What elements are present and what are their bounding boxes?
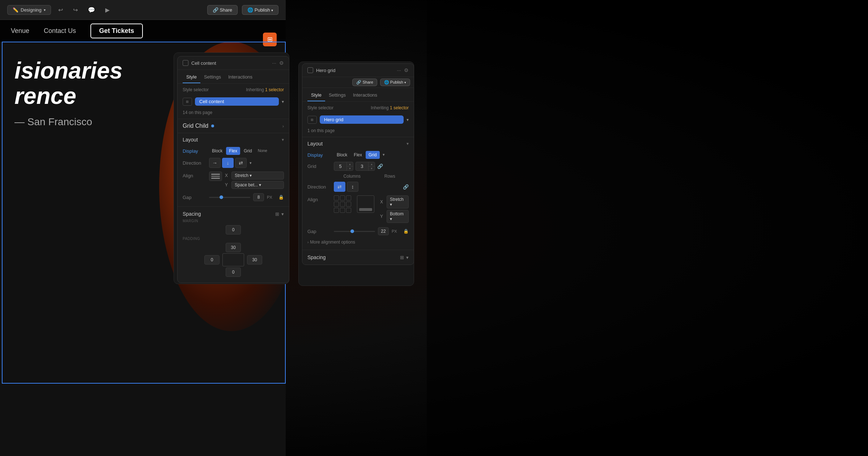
- play-button[interactable]: ▶: [102, 5, 112, 15]
- publish-button[interactable]: 🌐 Publish ▾: [242, 5, 278, 15]
- nav-contact[interactable]: Contact Us: [44, 27, 76, 35]
- tab-style-right[interactable]: Style: [307, 91, 325, 101]
- align-y-select[interactable]: Space bet... ▾: [231, 181, 284, 189]
- direction-wrap-btn[interactable]: ⇄: [235, 158, 247, 168]
- align-x-select[interactable]: Stretch ▾: [231, 172, 284, 180]
- grid-rows-spinners: ▲ ▼: [368, 162, 375, 170]
- gap-value-right[interactable]: 22: [378, 227, 389, 235]
- direction-link-icon[interactable]: 🔗: [403, 184, 409, 190]
- designing-mode-button[interactable]: ✏️ Designing ▾: [7, 5, 51, 15]
- gap-label-right: Gap: [307, 229, 331, 234]
- margin-value-input[interactable]: [226, 225, 241, 235]
- rows-label: Rows: [377, 174, 403, 179]
- more-alignment-link[interactable]: › More alignment options: [307, 240, 409, 245]
- spacing-settings-icon[interactable]: ⊞: [275, 211, 279, 217]
- padding-left-input[interactable]: [204, 255, 220, 265]
- selector-pill-right[interactable]: Hero grid: [320, 115, 404, 124]
- page-count-left: 14 on this page: [178, 109, 289, 119]
- align-dot-tl[interactable]: [334, 195, 339, 200]
- panel-title-text-right: Hero grid: [316, 68, 394, 73]
- display-flex-left[interactable]: Flex: [226, 147, 240, 155]
- tab-interactions-right[interactable]: Interactions: [349, 91, 381, 101]
- spacing-section-right: Spacing ⊞ ▾: [302, 250, 414, 265]
- align-row-right: Align X: [302, 193, 414, 225]
- display-block-left[interactable]: Block: [209, 147, 225, 155]
- share-button-right[interactable]: 🔗 Share: [352, 79, 377, 86]
- grid-child-arrow[interactable]: ›: [282, 123, 284, 129]
- gap-lock-icon-left[interactable]: 🔒: [278, 195, 284, 200]
- align-dot-mc[interactable]: [340, 202, 345, 207]
- layout-chevron-left[interactable]: ▾: [282, 137, 284, 142]
- padding-right-input[interactable]: [247, 255, 262, 265]
- grid-rows-up[interactable]: ▲: [369, 162, 375, 166]
- align-dot-bc[interactable]: [340, 208, 345, 213]
- panel-menu-button[interactable]: ···: [272, 60, 276, 66]
- align-dot-bl[interactable]: [334, 208, 339, 213]
- layout-chevron-right[interactable]: ▾: [407, 141, 409, 146]
- selector-chevron-left[interactable]: ▾: [282, 99, 284, 104]
- align-dot-br[interactable]: [346, 208, 351, 213]
- selector-chevron-right[interactable]: ▾: [407, 117, 409, 122]
- align-x-select-right[interactable]: Stretch ▾: [387, 195, 409, 208]
- grid-rows-value[interactable]: 3: [356, 162, 368, 170]
- gap-value-left[interactable]: 8: [253, 193, 264, 201]
- spacing-chevron-icon[interactable]: ▾: [281, 211, 284, 217]
- direction-down-btn[interactable]: ↓: [222, 158, 234, 168]
- gap-lock-icon-right[interactable]: 🔒: [403, 229, 409, 234]
- display-grid-right[interactable]: Grid: [366, 151, 380, 159]
- align-bottom-icon[interactable]: [357, 195, 374, 213]
- nav-tickets-button[interactable]: Get Tickets: [90, 24, 143, 38]
- display-none-left[interactable]: None: [256, 147, 269, 155]
- align-y-label-right: Y: [380, 214, 384, 219]
- direction-wrap-btn-right[interactable]: ⇄: [334, 182, 345, 192]
- align-xy-controls: X Stretch ▾ Y Space bet... ▾: [225, 172, 284, 189]
- padding-bottom-input[interactable]: [226, 267, 241, 277]
- share-button[interactable]: 🔗 Share: [207, 5, 238, 15]
- publish-button-right[interactable]: 🌐 Publish ▾: [380, 79, 410, 86]
- direction-right-btn[interactable]: →: [209, 158, 221, 168]
- align-dot-mr[interactable]: [346, 202, 351, 207]
- display-flex-right[interactable]: Flex: [351, 151, 365, 159]
- panel-title-text: Cell content: [191, 60, 269, 66]
- align-dot-tc[interactable]: [340, 195, 345, 200]
- layout-header-left: Layout ▾: [178, 133, 289, 145]
- spacing-chevron-icon-right[interactable]: ▾: [406, 255, 409, 260]
- align-x-label-right: X: [380, 199, 384, 204]
- panel-header-right: Hero grid ··· ⚙: [302, 64, 414, 77]
- selector-pill-left[interactable]: Cell content: [195, 97, 279, 106]
- tab-style-left[interactable]: Style: [183, 73, 200, 83]
- direction-down-btn-right[interactable]: ↕: [347, 182, 358, 192]
- display-none-right[interactable]: ▾: [380, 151, 387, 159]
- grid-link-icon[interactable]: 🔗: [377, 164, 383, 169]
- padding-top-input[interactable]: [226, 243, 241, 252]
- tab-settings-right[interactable]: Settings: [325, 91, 349, 101]
- direction-chevron-left[interactable]: ▾: [250, 161, 252, 165]
- align-dot-tr[interactable]: [346, 195, 351, 200]
- nav-venue[interactable]: Venue: [11, 27, 29, 35]
- align-dot-ml[interactable]: [334, 202, 339, 207]
- display-block-right[interactable]: Block: [334, 151, 350, 159]
- panel-settings-icon-right[interactable]: ⚙: [404, 67, 409, 73]
- align-y-select-right[interactable]: Bottom ▾: [387, 210, 409, 223]
- spacing-settings-icon-right[interactable]: ⊞: [400, 255, 404, 260]
- panel-title-icon: [183, 60, 188, 66]
- spacing-title-left: Spacing: [183, 211, 201, 217]
- panel-settings-icon[interactable]: ⚙: [279, 60, 284, 66]
- gap-slider-right[interactable]: [334, 231, 375, 232]
- grid-rows-down[interactable]: ▼: [369, 166, 375, 170]
- align-y-label: Y: [225, 182, 229, 187]
- tab-settings-left[interactable]: Settings: [200, 73, 225, 83]
- grid-col-row-labels: Columns Rows: [302, 172, 414, 180]
- grid-columns-value[interactable]: 5: [334, 162, 346, 170]
- grid-row-right: Grid 5 ▲ ▼ 3 ▲ ▼ 🔗: [302, 160, 414, 172]
- display-grid-left[interactable]: Grid: [241, 147, 255, 155]
- grid-columns-down[interactable]: ▼: [347, 166, 353, 170]
- panel-menu-button-right[interactable]: ···: [397, 67, 401, 73]
- comment-button[interactable]: 💬: [85, 5, 98, 15]
- undo-button[interactable]: ↩: [55, 5, 66, 15]
- gap-slider-left[interactable]: [209, 197, 250, 198]
- redo-button[interactable]: ↪: [70, 5, 81, 15]
- tab-interactions-left[interactable]: Interactions: [225, 73, 256, 83]
- grid-columns-up[interactable]: ▲: [347, 162, 353, 166]
- align-y-row-right: Y Bottom ▾: [380, 210, 409, 223]
